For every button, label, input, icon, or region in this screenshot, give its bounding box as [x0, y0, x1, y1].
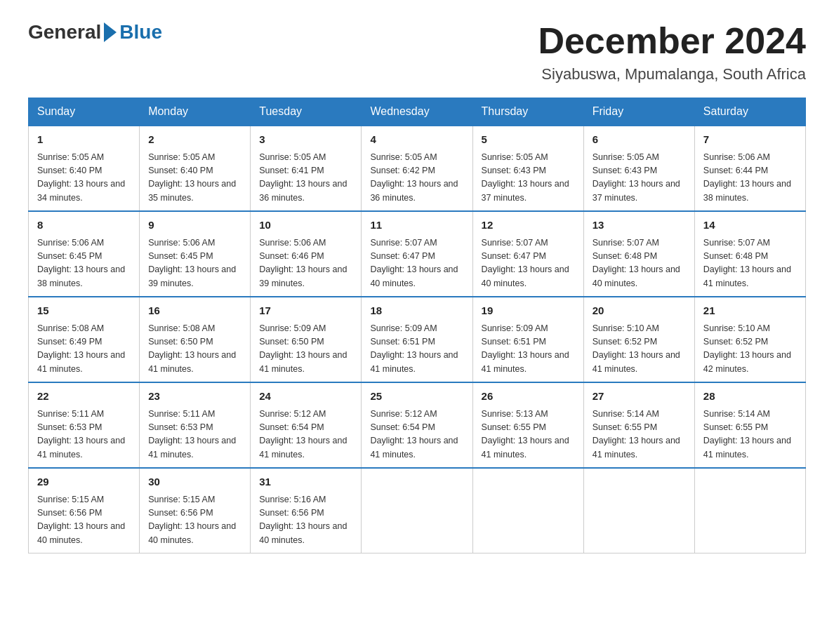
- weekday-header-monday: Monday: [140, 98, 251, 126]
- day-number: 4: [370, 132, 463, 148]
- day-info: Sunrise: 5:10 AMSunset: 6:52 PMDaylight:…: [593, 322, 686, 377]
- day-number: 14: [703, 217, 797, 234]
- calendar-cell: 15Sunrise: 5:08 AMSunset: 6:49 PMDayligh…: [29, 297, 140, 382]
- weekday-header-thursday: Thursday: [472, 98, 583, 126]
- calendar-cell: 29Sunrise: 5:15 AMSunset: 6:56 PMDayligh…: [29, 468, 140, 554]
- calendar-cell: 1Sunrise: 5:05 AMSunset: 6:40 PMDaylight…: [29, 126, 140, 211]
- day-number: 1: [37, 132, 131, 148]
- day-number: 30: [148, 474, 241, 490]
- day-number: 5: [482, 132, 575, 148]
- day-info: Sunrise: 5:11 AMSunset: 6:53 PMDaylight:…: [148, 408, 241, 462]
- logo: General Blue: [28, 21, 162, 43]
- weekday-header-friday: Friday: [583, 98, 694, 126]
- logo-general-text: General: [28, 21, 101, 43]
- calendar-table: SundayMondayTuesdayWednesdayThursdayFrid…: [28, 98, 806, 554]
- day-info: Sunrise: 5:07 AMSunset: 6:47 PMDaylight:…: [482, 236, 575, 291]
- calendar-cell: [472, 468, 583, 554]
- day-info: Sunrise: 5:06 AMSunset: 6:46 PMDaylight:…: [259, 236, 352, 291]
- calendar-cell: 6Sunrise: 5:05 AMSunset: 6:43 PMDaylight…: [583, 126, 694, 211]
- week-row-4: 22Sunrise: 5:11 AMSunset: 6:53 PMDayligh…: [29, 382, 806, 468]
- day-number: 18: [370, 303, 463, 319]
- day-number: 8: [37, 217, 131, 234]
- day-number: 16: [148, 303, 241, 319]
- day-number: 9: [148, 217, 241, 234]
- day-info: Sunrise: 5:05 AMSunset: 6:40 PMDaylight:…: [148, 151, 241, 206]
- day-info: Sunrise: 5:09 AMSunset: 6:51 PMDaylight:…: [370, 322, 463, 377]
- day-info: Sunrise: 5:05 AMSunset: 6:41 PMDaylight:…: [259, 151, 352, 206]
- calendar-cell: 17Sunrise: 5:09 AMSunset: 6:50 PMDayligh…: [251, 297, 362, 382]
- calendar-cell: 22Sunrise: 5:11 AMSunset: 6:53 PMDayligh…: [29, 382, 140, 468]
- weekday-header-tuesday: Tuesday: [251, 98, 362, 126]
- calendar-cell: [362, 468, 472, 554]
- calendar-cell: 20Sunrise: 5:10 AMSunset: 6:52 PMDayligh…: [583, 297, 694, 382]
- title-section: December 2024 Siyabuswa, Mpumalanga, Sou…: [538, 21, 806, 83]
- day-info: Sunrise: 5:05 AMSunset: 6:43 PMDaylight:…: [482, 151, 575, 206]
- day-info: Sunrise: 5:14 AMSunset: 6:55 PMDaylight:…: [703, 408, 797, 462]
- day-info: Sunrise: 5:07 AMSunset: 6:48 PMDaylight:…: [703, 236, 797, 291]
- day-info: Sunrise: 5:06 AMSunset: 6:45 PMDaylight:…: [37, 236, 131, 291]
- calendar-cell: [694, 468, 805, 554]
- weekday-header-wednesday: Wednesday: [362, 98, 472, 126]
- week-row-2: 8Sunrise: 5:06 AMSunset: 6:45 PMDaylight…: [29, 211, 806, 297]
- day-info: Sunrise: 5:13 AMSunset: 6:55 PMDaylight:…: [482, 408, 575, 462]
- calendar-cell: 2Sunrise: 5:05 AMSunset: 6:40 PMDaylight…: [140, 126, 251, 211]
- day-number: 20: [593, 303, 686, 319]
- calendar-cell: 19Sunrise: 5:09 AMSunset: 6:51 PMDayligh…: [472, 297, 583, 382]
- calendar-subtitle: Siyabuswa, Mpumalanga, South Africa: [538, 65, 806, 83]
- day-info: Sunrise: 5:15 AMSunset: 6:56 PMDaylight:…: [37, 493, 131, 548]
- calendar-cell: 7Sunrise: 5:06 AMSunset: 6:44 PMDaylight…: [694, 126, 805, 211]
- calendar-cell: 3Sunrise: 5:05 AMSunset: 6:41 PMDaylight…: [251, 126, 362, 211]
- day-info: Sunrise: 5:11 AMSunset: 6:53 PMDaylight:…: [37, 408, 131, 462]
- calendar-cell: [583, 468, 694, 554]
- day-info: Sunrise: 5:10 AMSunset: 6:52 PMDaylight:…: [703, 322, 797, 377]
- calendar-cell: 23Sunrise: 5:11 AMSunset: 6:53 PMDayligh…: [140, 382, 251, 468]
- day-number: 21: [703, 303, 797, 319]
- day-number: 26: [482, 389, 575, 405]
- day-info: Sunrise: 5:07 AMSunset: 6:48 PMDaylight:…: [593, 236, 686, 291]
- day-number: 10: [259, 217, 352, 234]
- day-info: Sunrise: 5:12 AMSunset: 6:54 PMDaylight:…: [370, 408, 463, 462]
- day-number: 29: [37, 474, 131, 490]
- calendar-cell: 14Sunrise: 5:07 AMSunset: 6:48 PMDayligh…: [694, 211, 805, 297]
- calendar-cell: 28Sunrise: 5:14 AMSunset: 6:55 PMDayligh…: [694, 382, 805, 468]
- calendar-cell: 31Sunrise: 5:16 AMSunset: 6:56 PMDayligh…: [251, 468, 362, 554]
- day-info: Sunrise: 5:08 AMSunset: 6:49 PMDaylight:…: [37, 322, 131, 377]
- weekday-header-sunday: Sunday: [29, 98, 140, 126]
- weekday-header-row: SundayMondayTuesdayWednesdayThursdayFrid…: [29, 98, 806, 126]
- day-number: 2: [148, 132, 241, 148]
- calendar-cell: 9Sunrise: 5:06 AMSunset: 6:45 PMDaylight…: [140, 211, 251, 297]
- calendar-cell: 8Sunrise: 5:06 AMSunset: 6:45 PMDaylight…: [29, 211, 140, 297]
- calendar-cell: 10Sunrise: 5:06 AMSunset: 6:46 PMDayligh…: [251, 211, 362, 297]
- day-number: 17: [259, 303, 352, 319]
- week-row-1: 1Sunrise: 5:05 AMSunset: 6:40 PMDaylight…: [29, 126, 806, 211]
- day-info: Sunrise: 5:14 AMSunset: 6:55 PMDaylight:…: [593, 408, 686, 462]
- calendar-cell: 21Sunrise: 5:10 AMSunset: 6:52 PMDayligh…: [694, 297, 805, 382]
- calendar-cell: 25Sunrise: 5:12 AMSunset: 6:54 PMDayligh…: [362, 382, 472, 468]
- calendar-title: December 2024: [538, 21, 806, 61]
- day-number: 12: [482, 217, 575, 234]
- day-number: 25: [370, 389, 463, 405]
- day-number: 6: [593, 132, 686, 148]
- day-info: Sunrise: 5:06 AMSunset: 6:44 PMDaylight:…: [703, 151, 797, 206]
- calendar-cell: 5Sunrise: 5:05 AMSunset: 6:43 PMDaylight…: [472, 126, 583, 211]
- day-number: 3: [259, 132, 352, 148]
- day-info: Sunrise: 5:05 AMSunset: 6:43 PMDaylight:…: [593, 151, 686, 206]
- day-number: 28: [703, 389, 797, 405]
- day-info: Sunrise: 5:05 AMSunset: 6:42 PMDaylight:…: [370, 151, 463, 206]
- logo-blue-text: Blue: [119, 21, 162, 43]
- day-number: 7: [703, 132, 797, 148]
- calendar-cell: 30Sunrise: 5:15 AMSunset: 6:56 PMDayligh…: [140, 468, 251, 554]
- calendar-cell: 13Sunrise: 5:07 AMSunset: 6:48 PMDayligh…: [583, 211, 694, 297]
- day-info: Sunrise: 5:15 AMSunset: 6:56 PMDaylight:…: [148, 493, 241, 548]
- day-number: 24: [259, 389, 352, 405]
- day-info: Sunrise: 5:09 AMSunset: 6:51 PMDaylight:…: [482, 322, 575, 377]
- calendar-cell: 16Sunrise: 5:08 AMSunset: 6:50 PMDayligh…: [140, 297, 251, 382]
- calendar-cell: 24Sunrise: 5:12 AMSunset: 6:54 PMDayligh…: [251, 382, 362, 468]
- day-info: Sunrise: 5:06 AMSunset: 6:45 PMDaylight:…: [148, 236, 241, 291]
- page-header: General Blue December 2024 Siyabuswa, Mp…: [28, 21, 806, 83]
- day-number: 22: [37, 389, 131, 405]
- day-number: 27: [593, 389, 686, 405]
- calendar-cell: 12Sunrise: 5:07 AMSunset: 6:47 PMDayligh…: [472, 211, 583, 297]
- calendar-cell: 27Sunrise: 5:14 AMSunset: 6:55 PMDayligh…: [583, 382, 694, 468]
- day-number: 13: [593, 217, 686, 234]
